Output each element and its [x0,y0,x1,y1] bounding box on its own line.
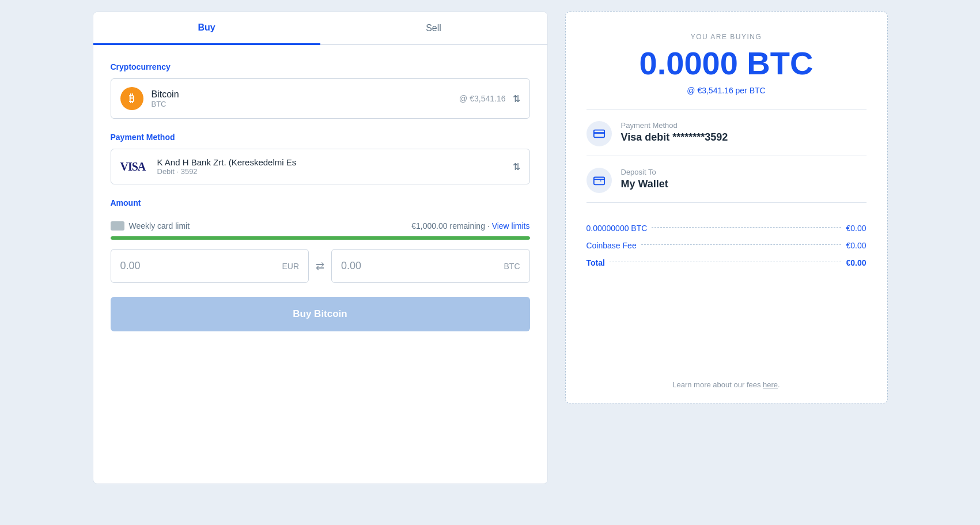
bank-sub: Debit · 3592 [157,167,297,176]
price-per-btc: @ €3,541.16 per BTC [587,86,867,95]
payment-method-row: Payment Method Visa debit ********3592 [587,121,867,146]
credit-card-icon [593,127,606,140]
deposit-icon-circle [587,168,612,193]
btc-value: 0.00 [341,260,361,272]
divider-3 [587,202,867,203]
right-panel: YOU ARE BUYING 0.0000 BTC @ €3,541.16 pe… [565,12,888,403]
crypto-symbol: BTC [152,100,179,108]
eur-value: 0.00 [120,260,141,272]
tab-bar: Buy Sell [93,12,547,45]
chevron-icon: ⇅ [513,93,520,104]
wallet-icon [593,174,606,187]
card-icon [111,221,124,231]
cryptocurrency-selector[interactable]: ₿ Bitcoin BTC @ €3,541.16 ⇅ [111,78,530,119]
swap-icon[interactable]: ⇄ [309,260,331,273]
coinbase-fee-amount: €0.00 [846,241,866,250]
btc-fee-amount: €0.00 [846,224,866,233]
coinbase-fee-label: Coinbase Fee [587,241,637,250]
btc-label: BTC [504,262,520,271]
cryptocurrency-label: Cryptocurrency [111,62,530,71]
btc-fee-row: 0.00000000 BTC €0.00 [587,224,867,233]
deposit-to-text: Deposit To My Wallet [621,168,867,190]
payment-label: Payment Method [111,133,530,142]
amount-label: Amount [111,198,530,207]
dot-separator: · [487,221,492,231]
visa-logo: VISA [120,160,149,173]
divider-2 [587,156,867,156]
payment-method-text: Payment Method Visa debit ********3592 [621,121,867,143]
btc-amount-large: 0.0000 BTC [587,46,867,81]
progress-fill [111,236,530,240]
you-are-buying-label: YOU ARE BUYING [587,33,867,41]
deposit-to-row: Deposit To My Wallet [587,168,867,193]
coinbase-fee-row: Coinbase Fee €0.00 [587,241,867,250]
weekly-limit-label: Weekly card limit [129,221,190,231]
total-label: Total [587,258,605,267]
total-row: Total €0.00 [587,258,867,267]
fee-dots-1 [652,227,841,228]
deposit-to-label: Deposit To [621,168,867,176]
learn-more: Learn more about our fees here. [587,369,867,389]
payment-method-label: Payment Method [621,121,867,130]
remaining-amount: €1,000.00 remaining [411,221,485,231]
eur-label: EUR [282,262,299,271]
crypto-name: Bitcoin [152,89,179,100]
svg-rect-2 [593,177,604,184]
payment-chevron-icon: ⇅ [513,161,520,172]
btc-icon: ₿ [120,87,143,110]
deposit-to-value: My Wallet [621,178,867,190]
fee-section: 0.00000000 BTC €0.00 Coinbase Fee €0.00 … [587,224,867,275]
fee-dots-3 [610,262,842,262]
progress-bar [111,236,530,240]
amount-inputs: 0.00 EUR ⇄ 0.00 BTC [111,249,530,283]
eur-input-box[interactable]: 0.00 EUR [111,249,309,283]
payment-method-value: Visa debit ********3592 [621,131,867,143]
btc-fee-label: 0.00000000 BTC [587,224,648,233]
svg-rect-1 [593,132,604,134]
tab-sell[interactable]: Sell [320,12,547,44]
period: . [778,380,780,389]
btc-input-box[interactable]: 0.00 BTC [331,249,530,283]
total-amount: €0.00 [846,258,866,267]
divider-1 [587,109,867,109]
payment-icon-circle [587,121,612,146]
buy-button[interactable]: Buy Bitcoin [111,297,530,331]
fee-dots-2 [641,244,842,245]
bank-name: K And H Bank Zrt. (Kereskedelmi Es [157,157,297,167]
view-limits-link[interactable]: View limits [492,221,530,231]
payment-selector[interactable]: VISA K And H Bank Zrt. (Kereskedelmi Es … [111,149,530,184]
tab-buy[interactable]: Buy [93,12,320,45]
left-panel: Buy Sell Cryptocurrency ₿ Bitcoin BTC @ … [93,12,548,484]
learn-more-text: Learn more about our fees [672,380,763,389]
here-link[interactable]: here [763,380,778,389]
crypto-price: @ €3,541.16 [459,94,505,103]
